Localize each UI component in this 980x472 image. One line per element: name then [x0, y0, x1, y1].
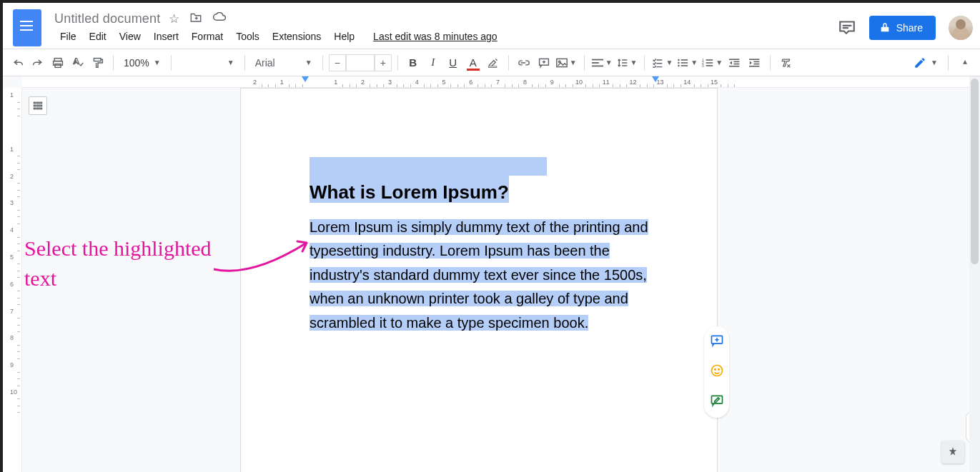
collapse-toolbar-button[interactable]: ▼ [956, 54, 974, 72]
svg-rect-18 [706, 59, 713, 61]
svg-point-7 [558, 61, 560, 62]
chevron-down-icon: ▼ [305, 59, 312, 66]
document-page[interactable]: What is Lorem Ipsum? Lorem Ipsum is simp… [240, 88, 718, 472]
redo-button[interactable] [29, 54, 47, 72]
increase-indent-button[interactable] [746, 54, 764, 72]
menu-view[interactable]: View [114, 28, 147, 45]
line-spacing-dropdown[interactable]: ▼ [615, 58, 639, 68]
cloud-status-icon[interactable] [212, 11, 227, 26]
svg-rect-10 [592, 65, 603, 66]
svg-point-40 [718, 369, 719, 371]
menu-file[interactable]: File [54, 28, 82, 45]
add-comment-icon[interactable] [710, 333, 724, 351]
menu-insert[interactable]: Insert [148, 28, 184, 45]
add-emoji-icon[interactable] [710, 363, 724, 381]
svg-rect-20 [706, 62, 713, 64]
menu-format[interactable]: Format [186, 28, 229, 45]
right-indent-marker[interactable] [652, 76, 659, 82]
text-color-button[interactable]: A [464, 54, 482, 72]
font-size-input[interactable] [346, 54, 375, 71]
docs-logo[interactable] [13, 9, 41, 46]
chevron-down-icon: ▼ [931, 59, 938, 66]
svg-rect-23 [729, 59, 739, 60]
svg-rect-30 [749, 66, 759, 67]
svg-rect-31 [34, 102, 35, 104]
chevron-down-icon: ▼ [605, 59, 613, 66]
toolbar: 100% ▼ ▼ Arial ▼ − + B I U A ▼ ▼ ▼ ▼ ▼ 1… [3, 49, 980, 76]
header: Untitled document ☆ File Edit View Inser… [3, 3, 980, 49]
zoom-dropdown[interactable]: 100% ▼ [119, 57, 165, 69]
star-icon[interactable]: ☆ [169, 11, 179, 26]
svg-rect-3 [94, 58, 101, 61]
undo-button[interactable] [9, 54, 27, 72]
print-button[interactable] [49, 54, 67, 72]
chevron-down-icon: ▼ [570, 59, 577, 66]
svg-rect-24 [734, 61, 740, 62]
document-content[interactable]: What is Lorem Ipsum? Lorem Ipsum is simp… [310, 157, 653, 336]
scrollbar-thumb[interactable] [971, 79, 979, 264]
menu-tools[interactable]: Tools [230, 28, 265, 45]
share-button[interactable]: Share [869, 16, 936, 40]
add-comment-button[interactable] [535, 54, 553, 72]
document-outline-button[interactable] [29, 96, 47, 115]
svg-point-38 [711, 366, 722, 376]
svg-rect-29 [754, 63, 760, 64]
document-heading[interactable]: What is Lorem Ipsum? [310, 166, 509, 203]
zoom-value: 100% [124, 57, 149, 69]
font-size-decrease[interactable]: − [329, 54, 346, 71]
font-size-increase[interactable]: + [375, 54, 392, 71]
workspace: 21123456789101112131415 112345678910 Wha… [3, 76, 980, 472]
svg-point-13 [678, 61, 680, 63]
svg-rect-34 [36, 105, 41, 106]
share-button-label: Share [896, 22, 923, 34]
menu-edit[interactable]: Edit [84, 28, 112, 45]
horizontal-ruler[interactable]: 21123456789101112131415 [22, 76, 969, 88]
insert-link-button[interactable] [515, 54, 533, 72]
editing-mode-dropdown[interactable]: ▼ [911, 56, 941, 69]
vertical-ruler[interactable]: 112345678910 [3, 88, 22, 472]
styles-dropdown[interactable]: ▼ [177, 59, 239, 66]
explore-button[interactable] [941, 441, 964, 463]
font-family-value: Arial [255, 57, 275, 69]
chevron-down-icon: ▼ [630, 59, 638, 66]
svg-point-15 [678, 64, 680, 66]
move-to-folder-icon[interactable] [189, 11, 202, 26]
doc-title[interactable]: Untitled document [54, 11, 160, 26]
align-dropdown[interactable]: ▼ [590, 58, 614, 68]
highlight-color-button[interactable] [484, 54, 503, 72]
document-body-text[interactable]: Lorem Ipsum is simply dummy text of the … [310, 219, 648, 331]
svg-rect-9 [592, 62, 599, 64]
menu-extensions[interactable]: Extensions [267, 28, 327, 45]
bold-button[interactable]: B [404, 54, 422, 72]
svg-rect-41 [711, 396, 722, 403]
comment-actions-panel [704, 326, 729, 418]
svg-rect-36 [36, 108, 41, 109]
svg-rect-32 [36, 102, 41, 104]
svg-rect-25 [734, 63, 740, 64]
vertical-scrollbar[interactable] [969, 76, 980, 472]
bulleted-list-button[interactable]: ▼ [675, 58, 699, 68]
chevron-down-icon: ▼ [154, 59, 161, 66]
avatar[interactable] [949, 16, 973, 40]
numbered-list-button[interactable]: 123▼ [701, 58, 724, 68]
comment-history-icon[interactable] [838, 17, 856, 39]
insert-image-button[interactable]: ▼ [555, 58, 578, 68]
svg-point-11 [678, 59, 680, 60]
svg-rect-4 [488, 66, 496, 67]
menu-help[interactable]: Help [328, 28, 360, 45]
font-family-dropdown[interactable]: Arial ▼ [251, 57, 317, 69]
last-edit-link[interactable]: Last edit was 8 minutes ago [367, 28, 503, 45]
paint-format-button[interactable] [89, 54, 107, 72]
spellcheck-button[interactable] [69, 54, 87, 72]
italic-button[interactable]: I [424, 54, 442, 72]
svg-text:3: 3 [702, 64, 704, 67]
left-indent-marker[interactable] [302, 76, 309, 82]
underline-button[interactable]: U [444, 54, 462, 72]
decrease-indent-button[interactable] [726, 54, 744, 72]
chevron-down-icon: ▼ [716, 59, 723, 66]
title-block: Untitled document ☆ File Edit View Inser… [54, 11, 838, 45]
suggest-edits-icon[interactable] [710, 393, 724, 411]
checklist-button[interactable]: ▼ [650, 58, 674, 68]
menu-bar: File Edit View Insert Format Tools Exten… [54, 28, 838, 45]
clear-formatting-button[interactable] [776, 54, 795, 72]
